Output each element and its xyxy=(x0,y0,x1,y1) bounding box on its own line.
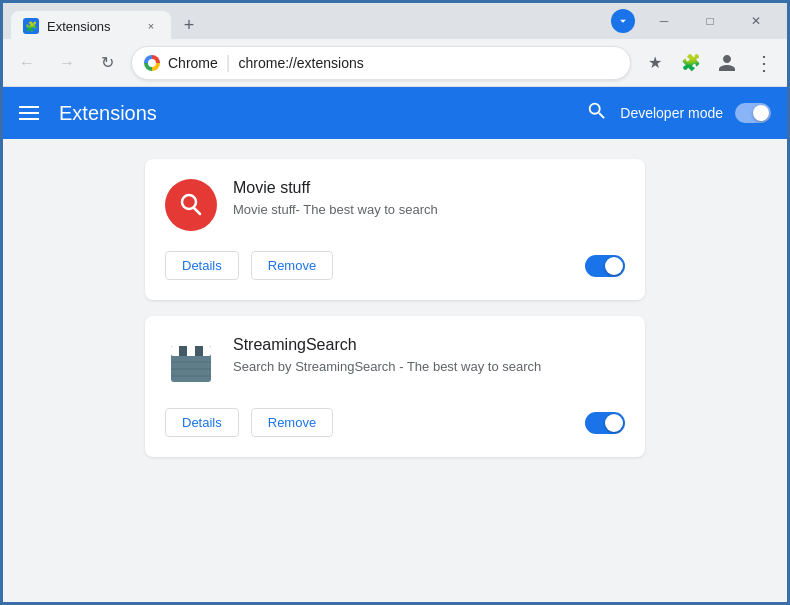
tab-title: Extensions xyxy=(47,19,135,34)
forward-button[interactable]: → xyxy=(51,47,83,79)
ext-card-bottom-movie-stuff: Details Remove xyxy=(165,251,625,280)
ext-name-streaming-search: StreamingSearch xyxy=(233,336,625,354)
ext-card-top-streaming: StreamingSearch Search by StreamingSearc… xyxy=(165,336,625,388)
maximize-button[interactable]: □ xyxy=(687,7,733,35)
extension-icon-streaming-search xyxy=(165,336,217,388)
new-tab-button[interactable]: + xyxy=(175,11,203,39)
toolbar: ← → ↻ Chrome | chrome://extensions ★ 🧩 ⋮ xyxy=(3,39,787,87)
svg-point-0 xyxy=(173,187,209,223)
address-site-name: Chrome xyxy=(168,55,218,71)
details-button-movie-stuff[interactable]: Details xyxy=(165,251,239,280)
bookmark-icon[interactable]: ★ xyxy=(639,47,671,79)
active-tab[interactable]: 🧩 Extensions × xyxy=(11,11,171,41)
address-bar[interactable]: Chrome | chrome://extensions xyxy=(131,46,631,80)
enable-toggle-streaming-search[interactable] xyxy=(585,412,625,434)
svg-rect-9 xyxy=(195,346,203,356)
svg-rect-6 xyxy=(171,346,179,356)
back-button[interactable]: ← xyxy=(11,47,43,79)
menu-icon[interactable]: ⋮ xyxy=(747,47,779,79)
hamburger-menu[interactable] xyxy=(19,106,39,120)
ext-card-bottom-streaming-search: Details Remove xyxy=(165,408,625,437)
extension-icon-movie-stuff xyxy=(165,179,217,231)
extensions-page-title: Extensions xyxy=(59,102,157,125)
address-divider: | xyxy=(226,52,231,73)
extension-card-streaming-search: StreamingSearch Search by StreamingSearc… xyxy=(145,316,645,457)
svg-rect-7 xyxy=(179,346,187,356)
ext-info-streaming-search: StreamingSearch Search by StreamingSearc… xyxy=(233,336,625,376)
toolbar-right: ★ 🧩 ⋮ xyxy=(639,47,779,79)
details-button-streaming-search[interactable]: Details xyxy=(165,408,239,437)
ext-card-top: Movie stuff Movie stuff- The best way to… xyxy=(165,179,625,231)
developer-mode-toggle[interactable] xyxy=(735,103,771,123)
profile-dropdown[interactable] xyxy=(611,9,635,33)
remove-button-movie-stuff[interactable]: Remove xyxy=(251,251,333,280)
profile-icon[interactable] xyxy=(711,47,743,79)
title-bar: 🧩 Extensions × + ─ □ ✕ xyxy=(3,3,787,39)
close-button[interactable]: ✕ xyxy=(733,7,779,35)
tab-favicon: 🧩 xyxy=(23,18,39,34)
ext-name-movie-stuff: Movie stuff xyxy=(233,179,625,197)
tab-close-button[interactable]: × xyxy=(143,18,159,34)
extensions-content: TUTOCRAFT Movie stuff Movie stuff- The b… xyxy=(3,139,787,602)
extension-card-movie-stuff: Movie stuff Movie stuff- The best way to… xyxy=(145,159,645,300)
ext-desc-movie-stuff: Movie stuff- The best way to search xyxy=(233,201,625,219)
svg-rect-8 xyxy=(187,346,195,356)
toggle-knob-streaming-search xyxy=(605,414,623,432)
extensions-header: Extensions Developer mode xyxy=(3,87,787,139)
tab-bar: 🧩 Extensions × + xyxy=(11,3,607,39)
ext-desc-streaming-search: Search by StreamingSearch - The best way… xyxy=(233,358,625,376)
extensions-search-icon[interactable] xyxy=(586,100,608,127)
extensions-icon[interactable]: 🧩 xyxy=(675,47,707,79)
ext-info-movie-stuff: Movie stuff Movie stuff- The best way to… xyxy=(233,179,625,219)
browser-frame: 🧩 Extensions × + ─ □ ✕ ← → ↻ Chrome | ch… xyxy=(3,3,787,602)
remove-button-streaming-search[interactable]: Remove xyxy=(251,408,333,437)
address-url: chrome://extensions xyxy=(238,55,618,71)
svg-rect-3 xyxy=(171,352,211,382)
enable-toggle-movie-stuff[interactable] xyxy=(585,255,625,277)
site-security-icon xyxy=(144,55,160,71)
toggle-knob-movie-stuff xyxy=(605,257,623,275)
svg-rect-10 xyxy=(203,346,211,356)
developer-mode-label: Developer mode xyxy=(620,105,723,121)
minimize-button[interactable]: ─ xyxy=(641,7,687,35)
toggle-knob xyxy=(753,105,769,121)
reload-button[interactable]: ↻ xyxy=(91,47,123,79)
extensions-header-right: Developer mode xyxy=(586,100,771,127)
